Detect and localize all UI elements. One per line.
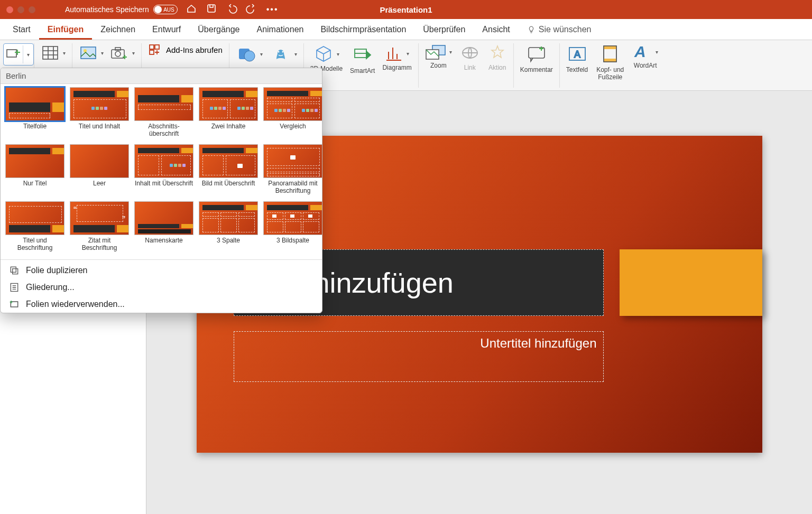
tab-einfuegen[interactable]: Einfügen: [39, 21, 92, 40]
tab-bildschirmpraesentation[interactable]: Bildschirmpräsentation: [312, 21, 414, 40]
group-comment: Kommentar: [514, 43, 560, 88]
header-footer-button[interactable]: [599, 43, 621, 64]
layout-label: 3 Bildspalte: [276, 237, 309, 252]
svg-rect-6: [115, 48, 121, 50]
layout-label: Bild mit Überschrift: [202, 180, 255, 195]
table-button[interactable]: ▾: [41, 43, 66, 62]
layout-label: Nur Titel: [23, 180, 47, 195]
layout-titel-und-inhalt[interactable]: [70, 87, 129, 121]
duplicate-icon: [9, 265, 20, 276]
pictures-button[interactable]: [79, 43, 98, 62]
wordart-label: WordArt: [634, 62, 657, 70]
header-footer-label: Kopf- und Fußzeile: [596, 67, 624, 81]
layout-3-spalte[interactable]: [199, 201, 258, 235]
smartart-label: SmartArt: [350, 68, 375, 75]
save-icon[interactable]: [206, 3, 217, 16]
chart-label: Diagramm: [382, 64, 411, 72]
layout-titelfolie[interactable]: [5, 87, 64, 121]
layout-zitat-mit-beschriftung[interactable]: “ ”: [70, 201, 129, 235]
tab-zeichnen[interactable]: Zeichnen: [92, 21, 144, 40]
layout-label: Zwei Inhalte: [211, 123, 246, 138]
lightbulb-icon: [527, 25, 536, 34]
more-icon[interactable]: •••: [266, 5, 279, 14]
svg-rect-2: [43, 46, 58, 59]
new-slide-split-button[interactable]: ▾: [3, 43, 34, 66]
duplicate-slide[interactable]: Folie duplizieren: [1, 262, 322, 279]
layout-panoramabild[interactable]: [263, 144, 322, 178]
shapes-button[interactable]: [236, 43, 257, 64]
layout-label: Vergleich: [280, 123, 306, 138]
home-icon[interactable]: [186, 3, 197, 16]
svg-rect-10: [150, 50, 154, 54]
outline-label: Gliederung...: [26, 283, 75, 292]
smartart-button[interactable]: [352, 44, 373, 66]
tab-ueberpruefen[interactable]: Überprüfen: [414, 21, 474, 40]
layout-label: Titelfolie: [23, 123, 47, 138]
chart-button[interactable]: ▾: [385, 44, 409, 62]
svg-text:A: A: [574, 49, 580, 60]
icons-button[interactable]: [270, 43, 291, 64]
svg-point-12: [244, 51, 255, 61]
addins-button[interactable]: Add-Ins abrufen: [148, 43, 223, 56]
layout-zwei-inhalte[interactable]: [199, 87, 258, 121]
svg-rect-24: [604, 59, 616, 62]
redo-icon[interactable]: [246, 3, 257, 16]
outline-icon: [9, 282, 20, 293]
minimize-window[interactable]: [17, 6, 24, 13]
screenshot-button[interactable]: [110, 43, 129, 62]
layout-label: Inhalt mit Überschrift: [135, 180, 193, 195]
textbox-button[interactable]: A: [567, 43, 588, 64]
layout-nur-titel[interactable]: [5, 144, 64, 178]
accent-shape: [620, 249, 762, 316]
tab-entwurf[interactable]: Entwurf: [144, 21, 189, 40]
autosave-label: Automatisches Speichern: [65, 5, 149, 14]
3d-models-button[interactable]: ▾: [313, 44, 339, 63]
layout-vergleich[interactable]: [263, 87, 322, 121]
zoom-window[interactable]: [29, 6, 35, 13]
layout-grid: Titelfolie Titel und Inhalt Abschnitts- …: [1, 84, 322, 257]
undo-icon[interactable]: [226, 3, 237, 16]
tab-ansicht[interactable]: Ansicht: [474, 21, 518, 40]
wordart-button[interactable]: A▾: [632, 43, 658, 60]
layout-leer[interactable]: [70, 144, 129, 178]
tell-me-label: Sie wünschen: [539, 25, 592, 34]
tab-animationen[interactable]: Animationen: [248, 21, 312, 40]
layout-abschnittsueberschrift[interactable]: [134, 87, 193, 121]
svg-text:A: A: [634, 43, 646, 60]
zoom-label: Zoom: [430, 62, 447, 70]
tell-me[interactable]: Sie wünschen: [519, 21, 600, 40]
quick-access-toolbar: •••: [186, 3, 279, 16]
document-title: Präsentation1: [380, 5, 432, 14]
close-window[interactable]: [6, 6, 13, 13]
reuse-slides[interactable]: Folien wiederverwenden...: [1, 296, 322, 313]
addins-icon: [148, 43, 161, 56]
layout-label: Leer: [93, 180, 106, 195]
tab-uebergaenge[interactable]: Übergänge: [189, 21, 248, 40]
new-slide-icon[interactable]: [5, 45, 23, 63]
link-button[interactable]: [460, 43, 479, 62]
svg-point-14: [282, 51, 283, 53]
new-slide-dropdown[interactable]: ▾: [23, 45, 32, 63]
slides-from-outline[interactable]: Gliederung...: [1, 279, 322, 296]
zoom-button[interactable]: ▾: [425, 43, 452, 60]
chevron-down-icon: ▾: [63, 50, 66, 56]
chevron-down-icon: ▾: [260, 51, 263, 57]
layout-titel-und-beschriftung[interactable]: [5, 201, 64, 235]
svg-rect-9: [155, 45, 159, 49]
duplicate-label: Folie duplizieren: [26, 266, 88, 275]
action-button[interactable]: [488, 43, 507, 62]
layout-bild-mit-ueberschrift[interactable]: [199, 144, 258, 178]
tab-start[interactable]: Start: [4, 21, 39, 40]
svg-rect-28: [13, 269, 18, 274]
layout-label: Titel und Beschriftung: [17, 237, 53, 252]
comment-label: Kommentar: [520, 67, 553, 74]
textbox-label: Textfeld: [566, 67, 588, 74]
svg-point-13: [278, 51, 279, 53]
comment-button[interactable]: [526, 43, 547, 64]
subtitle-placeholder[interactable]: Untertitel hinzufügen: [234, 331, 604, 382]
layout-namenskarte[interactable]: [134, 201, 193, 235]
autosave-toggle[interactable]: AUS: [153, 5, 178, 14]
layout-inhalt-mit-ueberschrift[interactable]: [134, 144, 193, 178]
layout-3-bildspalte[interactable]: [263, 201, 322, 235]
reuse-label: Folien wiederverwenden...: [26, 300, 125, 309]
